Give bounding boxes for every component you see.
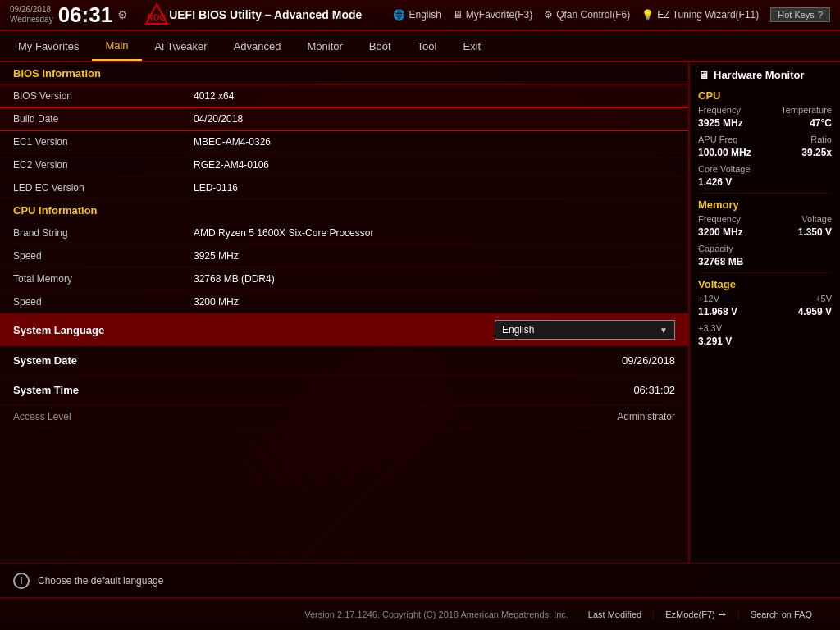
hw-volt-labels-row: +12V +5V: [698, 294, 832, 304]
monitor-hw-icon: 🖥: [698, 69, 709, 81]
settings-icon[interactable]: ⚙: [117, 8, 128, 21]
total-memory-value: 32768 MB (DDR4): [194, 273, 275, 285]
bios-version-row: BIOS Version 4012 x64: [0, 84, 688, 107]
memory-speed-value: 3200 MHz: [194, 296, 239, 308]
nav-advanced[interactable]: Advanced: [221, 31, 294, 61]
hw-5v-value: 4.959 V: [798, 306, 832, 317]
hw-cpu-freq-value: 3925 MHz: [698, 117, 743, 129]
ec1-label: EC1 Version: [13, 136, 194, 148]
hw-divider-1: [698, 193, 832, 194]
system-language-row[interactable]: System Language English ▼: [0, 313, 688, 346]
qfan-button[interactable]: ⚙ Qfan Control(F6): [544, 9, 630, 21]
hw-12v-value: 11.968 V: [698, 306, 737, 317]
hw-33v-label: +3.3V: [698, 323, 722, 333]
brand-string-row: Brand String AMD Ryzen 5 1600X Six-Core …: [0, 221, 688, 244]
system-time-row: System Time 06:31:02: [0, 376, 688, 405]
center-panel: BIOS Information BIOS Version 4012 x64 B…: [0, 62, 688, 563]
ec2-row: EC2 Version RGE2-AM4-0106: [0, 153, 688, 176]
nav-main[interactable]: Main: [92, 31, 141, 61]
hw-apu-row-labels: APU Freq Ratio: [698, 135, 832, 144]
hw-volt-vals-row: 11.968 V 4.959 V: [698, 306, 832, 321]
hw-33v-label-row: +3.3V: [698, 323, 832, 333]
clock-display: 06:31: [58, 4, 113, 25]
search-faq-button[interactable]: Search on FAQ: [739, 609, 824, 619]
system-language-label: System Language: [13, 324, 495, 336]
bottom-actions: Last Modified EzMode(F7) ⮕ Search on FAQ: [577, 609, 824, 619]
bulb-icon: 💡: [641, 9, 654, 21]
bottom-bar: Version 2.17.1246. Copyright (C) 2018 Am…: [0, 597, 840, 630]
eztuning-button[interactable]: 💡 EZ Tuning Wizard(F11): [641, 9, 759, 21]
nav-tool[interactable]: Tool: [404, 31, 450, 61]
nav-aitweaker[interactable]: Ai Tweaker: [142, 31, 221, 61]
nav-bar: My Favorites Main Ai Tweaker Advanced Mo…: [0, 31, 840, 62]
hw-33v-value: 3.291 V: [698, 336, 832, 347]
build-date-value: 04/20/2018: [194, 113, 243, 125]
monitor-icon: 🖥: [453, 9, 463, 21]
cpu-speed-value: 3925 MHz: [194, 250, 239, 262]
hw-core-voltage-label: Core Voltage: [698, 164, 751, 174]
hw-mem-freq-label: Frequency: [698, 214, 741, 224]
nav-exit[interactable]: Exit: [450, 31, 494, 61]
hw-capacity-value: 32768 MB: [698, 256, 832, 267]
hw-memory-section: Memory: [698, 199, 832, 211]
led-ec-value: LED-0116: [194, 182, 238, 194]
hw-core-voltage-value: 1.426 V: [698, 176, 832, 188]
main-content: BIOS Information BIOS Version 4012 x64 B…: [0, 62, 840, 563]
version-text: Version 2.17.1246. Copyright (C) 2018 Am…: [296, 609, 576, 619]
hw-divider-2: [698, 272, 832, 273]
language-label: English: [409, 9, 441, 21]
language-dropdown[interactable]: English ▼: [495, 320, 675, 340]
access-level-label: Access Level: [13, 411, 617, 422]
total-memory-row: Total Memory 32768 MB (DDR4): [0, 267, 688, 290]
ec1-row: EC1 Version MBEC-AM4-0326: [0, 130, 688, 153]
last-modified-button[interactable]: Last Modified: [577, 609, 654, 619]
led-ec-label: LED EC Version: [13, 182, 194, 194]
ec1-value: MBEC-AM4-0326: [194, 136, 271, 148]
ezmode-button[interactable]: EzMode(F7) ⮕: [654, 609, 739, 619]
hw-ratio-label: Ratio: [810, 135, 832, 144]
cpu-section-title: CPU Information: [0, 199, 688, 221]
hw-cpu-freq-row: Frequency Temperature: [698, 105, 832, 115]
memory-speed-row: Speed 3200 MHz: [0, 290, 688, 313]
globe-icon: 🌐: [393, 9, 405, 21]
hw-mem-freq-value: 3200 MHz: [698, 226, 743, 238]
language-selector[interactable]: 🌐 English: [393, 9, 441, 21]
brand-string-label: Brand String: [13, 227, 194, 239]
build-date-row: Build Date 04/20/2018: [0, 107, 688, 130]
nav-monitor[interactable]: Monitor: [294, 31, 356, 61]
myfavorite-label: MyFavorite(F3): [466, 9, 532, 21]
hw-core-voltage-label-row: Core Voltage: [698, 164, 832, 174]
myfavorite-button[interactable]: 🖥 MyFavorite(F3): [453, 9, 532, 21]
hw-cpu-temp-value: 47°C: [810, 117, 832, 129]
hw-cpu-vals-row: 3925 MHz 47°C: [698, 117, 832, 132]
header-bar: 09/26/2018 Wednesday 06:31 ⚙ ROG UEFI BI…: [0, 0, 840, 31]
bios-section-title: BIOS Information: [0, 62, 688, 84]
hw-capacity-label-row: Capacity: [698, 244, 832, 253]
hw-5v-label: +5V: [815, 294, 832, 304]
ec2-value: RGE2-AM4-0106: [194, 159, 269, 171]
date-line2: Wednesday: [10, 15, 53, 25]
fan-icon: ⚙: [544, 9, 553, 21]
build-date-label: Build Date: [13, 113, 194, 125]
nav-boot[interactable]: Boot: [356, 31, 404, 61]
hw-monitor-title: 🖥 Hardware Monitor: [698, 69, 832, 81]
hw-capacity-label: Capacity: [698, 244, 733, 253]
system-date-row: System Date 09/26/2018: [0, 346, 688, 376]
access-level-row: Access Level Administrator: [0, 405, 688, 428]
hw-mem-vals-row: 3200 MHz 1.350 V: [698, 226, 832, 241]
memory-speed-label: Speed: [13, 296, 194, 308]
hw-mem-labels-row: Frequency Voltage: [698, 214, 832, 224]
question-icon: ?: [818, 10, 823, 20]
date-line1: 09/26/2018: [10, 5, 53, 15]
brand-string-value: AMD Ryzen 5 1600X Six-Core Processor: [194, 227, 373, 239]
language-dropdown-value: English: [502, 324, 534, 336]
hw-voltage-section: Voltage: [698, 278, 832, 290]
hw-cpu-section: CPU: [698, 89, 832, 102]
bios-version-value: 4012 x64: [194, 90, 234, 102]
nav-myfavorites[interactable]: My Favorites: [5, 31, 92, 61]
info-text: Choose the default language: [38, 575, 163, 587]
access-level-value: Administrator: [617, 411, 675, 422]
bios-info-section: BIOS Information BIOS Version 4012 x64 B…: [0, 62, 688, 428]
info-icon: i: [13, 573, 30, 589]
hotkeys-button[interactable]: Hot Keys ?: [770, 7, 830, 22]
